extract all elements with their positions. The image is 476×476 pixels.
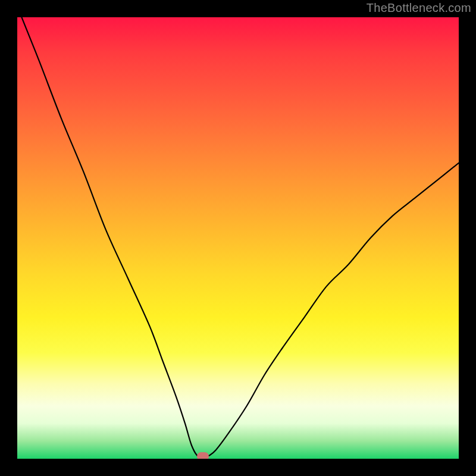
curve-svg	[17, 17, 459, 459]
chart-frame: TheBottleneck.com	[0, 0, 476, 476]
bottleneck-curve	[21, 17, 459, 458]
optimal-point-marker	[197, 452, 209, 459]
plot-area	[17, 17, 459, 459]
attribution-label: TheBottleneck.com	[367, 1, 471, 15]
